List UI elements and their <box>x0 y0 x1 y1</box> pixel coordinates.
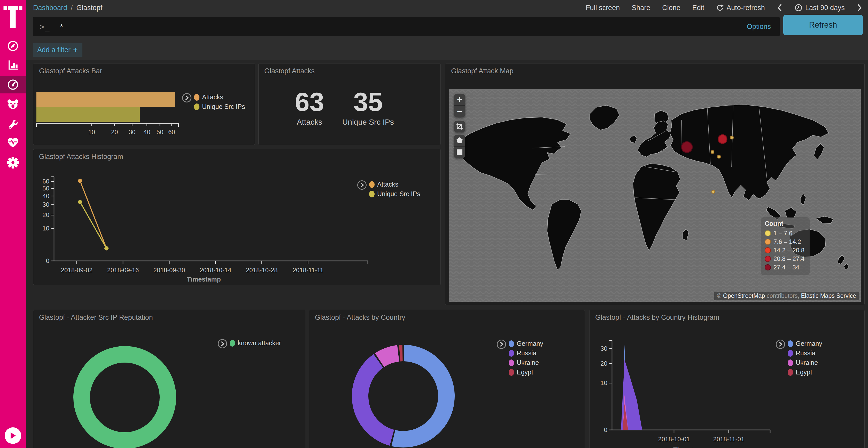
top-navigation-bar: Dashboard / Glastopf Full screen Share C… <box>0 0 868 15</box>
breadcrumb-dashboard-link[interactable]: Dashboard <box>33 4 67 12</box>
zoom-out-button[interactable]: − <box>454 106 465 117</box>
legend-label: Unique Src IPs <box>202 103 245 110</box>
legend-color-dot <box>509 369 514 376</box>
legend-expand-icon[interactable] <box>497 340 506 349</box>
x-axis-label: Timestamp <box>187 276 221 283</box>
refresh-cycle-icon <box>716 4 724 12</box>
axis-tick-label: 20 <box>600 360 607 367</box>
openstreetmap-link[interactable]: OpenStreetMap <box>723 292 765 299</box>
auto-refresh-button[interactable]: Auto-refresh <box>716 4 765 12</box>
metric-unique-src-ips: 35 Unique Src IPs <box>342 89 394 127</box>
attacks-histogram-chart: 01020304050602018-09-022018-09-162018-09… <box>33 149 440 284</box>
axis-tick-label: 0 <box>604 426 607 433</box>
bar-chart-icon <box>7 59 19 71</box>
world-map[interactable]: + − <box>449 89 861 302</box>
legend-item[interactable]: Unique Src IPs <box>369 189 420 199</box>
copyright-icon: © <box>717 292 721 299</box>
query-options-link[interactable]: Options <box>747 23 771 31</box>
time-forward-button[interactable] <box>857 4 862 12</box>
dashboard-grid: Glastopf Attacks Bar 102030405060 Attack… <box>0 60 868 448</box>
panel-glastopf-attacks-metric: Glastopf Attacks 63 Attacks 35 Unique Sr… <box>258 63 441 145</box>
clone-button[interactable]: Clone <box>662 4 680 12</box>
axis-tick-label: 2018-09-30 <box>153 267 185 274</box>
search-query-input[interactable]: >_ * Options <box>33 17 780 36</box>
attack-bubble[interactable] <box>681 142 692 152</box>
edit-button[interactable]: Edit <box>692 4 705 12</box>
legend-color-dot <box>788 369 793 376</box>
panel-glastopf-attacks-histogram: Glastopf Attacks Histogram 0102030405060… <box>33 149 441 285</box>
legend-item[interactable]: Egypt <box>788 368 822 377</box>
clock-icon <box>795 4 803 12</box>
legend-expand-icon[interactable] <box>357 180 367 190</box>
sidebar-item-dashboard[interactable] <box>0 76 26 94</box>
legend-color-dot <box>194 103 199 110</box>
draw-polygon-button[interactable] <box>454 135 465 146</box>
app-sidebar <box>0 0 26 448</box>
x-axis-label: Timestamp <box>673 446 707 448</box>
chart-legend: GermanyRussiaUkraineEgypt <box>509 339 543 377</box>
gauge-icon <box>7 79 19 91</box>
breadcrumb-current: Glastopf <box>76 4 102 12</box>
sidebar-item-dev-tools[interactable] <box>0 115 26 133</box>
axis-tick-label: 2018-10-14 <box>200 267 231 274</box>
metric-attacks: 63 Attacks <box>295 89 324 127</box>
chart-legend: known attacker <box>230 338 281 348</box>
legend-item[interactable]: Unique Src IPs <box>194 102 245 111</box>
breadcrumb-separator: / <box>71 4 73 12</box>
metric-label: Attacks <box>297 118 322 127</box>
attack-bubble[interactable] <box>730 136 734 139</box>
sidebar-item-management[interactable] <box>0 154 26 171</box>
add-filter-button[interactable]: Add a filter + <box>33 43 83 57</box>
attack-bubble[interactable] <box>717 155 720 158</box>
axis-tick-label: 2018-09-02 <box>61 267 93 274</box>
legend-item[interactable]: Russia <box>509 348 543 358</box>
sidebar-expand-button[interactable] <box>5 427 21 444</box>
legend-item[interactable]: Russia <box>788 348 822 358</box>
legend-expand-icon[interactable] <box>182 93 191 102</box>
attack-bubble[interactable] <box>712 190 715 193</box>
legend-item[interactable]: Attacks <box>369 180 420 189</box>
draw-rectangle-button[interactable] <box>454 146 465 158</box>
legend-color-dot <box>765 264 771 271</box>
time-range-picker[interactable]: Last 90 days <box>795 4 845 12</box>
legend-item[interactable]: Egypt <box>509 368 543 377</box>
time-back-button[interactable] <box>777 4 782 12</box>
sidebar-item-monitoring[interactable] <box>0 134 26 151</box>
attack-bubble[interactable] <box>718 135 727 143</box>
legend-color-dot <box>230 340 235 347</box>
legend-label: Attacks <box>202 94 223 101</box>
legend-item[interactable]: Germany <box>509 339 543 348</box>
metric-group: 63 Attacks 35 Unique Src IPs <box>258 89 440 127</box>
legend-expand-icon[interactable] <box>218 339 227 348</box>
heartbeat-icon <box>7 137 19 149</box>
elastic-maps-service-link[interactable]: Elastic Maps Service <box>801 292 856 299</box>
legend-item[interactable]: Ukraine <box>788 358 822 368</box>
attack-bubble[interactable] <box>711 150 714 153</box>
zoom-in-button[interactable]: + <box>454 94 465 105</box>
axis-tick-label: 20 <box>42 211 49 218</box>
fit-data-bounds-button[interactable] <box>454 121 465 132</box>
legend-range-label: 7.6 – 14.2 <box>773 238 801 245</box>
map-legend-item: 14.2 – 20.8 <box>765 246 804 254</box>
sidebar-item-discover[interactable] <box>0 37 26 55</box>
sidebar-item-tpot[interactable] <box>0 95 26 113</box>
legend-item[interactable]: Attacks <box>194 92 245 102</box>
share-button[interactable]: Share <box>632 4 650 12</box>
legend-label: Russia <box>796 349 815 357</box>
axis-tick-label: 10 <box>88 129 95 136</box>
legend-item[interactable]: known attacker <box>230 338 281 348</box>
donut-slice <box>394 353 446 439</box>
legend-color-dot <box>509 350 514 357</box>
sidebar-item-visualize[interactable] <box>0 56 26 74</box>
axis-tick-label: 60 <box>168 129 175 136</box>
donut-slice <box>360 361 392 438</box>
telekom-logo[interactable] <box>3 4 23 31</box>
legend-item[interactable]: Ukraine <box>509 358 543 368</box>
full-screen-button[interactable]: Full screen <box>586 4 620 12</box>
legend-label: Ukraine <box>517 359 539 367</box>
legend-expand-icon[interactable] <box>776 340 785 349</box>
map-legend-item: 1 – 7.6 <box>765 229 804 237</box>
legend-item[interactable]: Germany <box>788 339 822 348</box>
refresh-button[interactable]: Refresh <box>783 15 863 35</box>
panel-title: Glastopf Attack Map <box>451 67 514 75</box>
